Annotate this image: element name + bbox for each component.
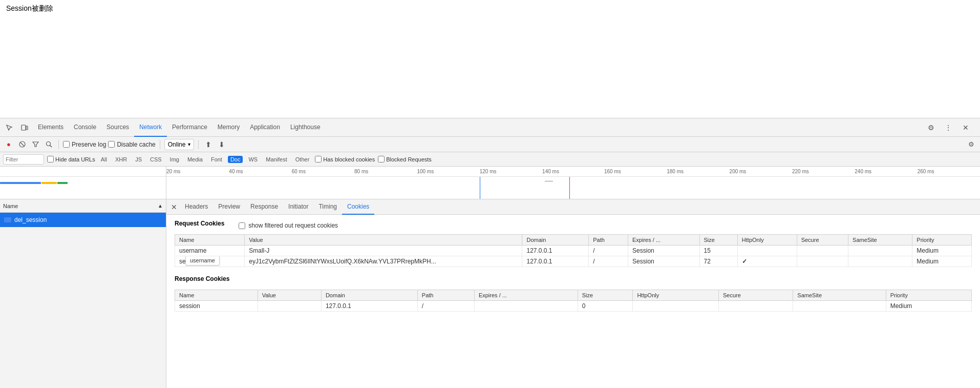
svg-marker-4: [33, 142, 38, 147]
resp-cookie-expires: [474, 301, 578, 312]
hide-data-urls-checkbox[interactable]: Hide data URLs: [47, 156, 95, 162]
device-toolbar-icon[interactable]: [17, 120, 32, 135]
filter-manifest[interactable]: Manifest: [263, 156, 290, 163]
resp-col-secure: Secure: [718, 290, 793, 301]
resp-col-value: Value: [258, 290, 321, 301]
filter-icon[interactable]: [30, 139, 41, 150]
resp-cookie-secure: [718, 301, 793, 312]
record-btn[interactable]: ●: [3, 139, 14, 150]
throttle-select[interactable]: Online ▾: [164, 139, 195, 150]
close-devtools-icon[interactable]: ✕: [958, 120, 973, 135]
tick-60ms: 60 ms: [292, 169, 306, 174]
filter-ws[interactable]: WS: [246, 156, 260, 163]
preserve-log-checkbox[interactable]: Preserve log: [63, 141, 106, 148]
resp-col-httponly: HttpOnly: [633, 290, 719, 301]
cookie-secure: [797, 246, 848, 256]
tick-240ms: 240 ms: [855, 169, 871, 174]
filter-font[interactable]: Font: [208, 156, 225, 163]
svg-line-3: [20, 142, 24, 146]
filter-media[interactable]: Media: [185, 156, 205, 163]
page-title: Session被删除: [6, 4, 53, 13]
cookie-row-username[interactable]: username Small-J 127.0.0.1 / Session 15 …: [175, 246, 972, 256]
filter-xhr[interactable]: XHR: [113, 156, 130, 163]
col-path: Path: [589, 235, 628, 246]
cookie-domain: 127.0.0.1: [522, 246, 589, 256]
request-item-del-session[interactable]: del_session: [0, 213, 166, 227]
tab-sources[interactable]: Sources: [101, 118, 134, 137]
cookie-samesite: [848, 246, 912, 256]
filter-doc[interactable]: Doc: [228, 156, 243, 163]
import-icon[interactable]: ⬆: [203, 139, 214, 150]
cookie-httponly: ✓: [737, 256, 797, 267]
tab-memory[interactable]: Memory: [212, 118, 245, 137]
col-expires: Expires / ...: [628, 235, 699, 246]
svg-rect-0: [22, 125, 26, 130]
response-cookie-row-session[interactable]: session 127.0.0.1 / 0 Medium: [175, 301, 972, 312]
tick-220ms: 220 ms: [792, 169, 809, 174]
clear-btn[interactable]: [16, 139, 28, 150]
request-type-icon: [4, 217, 11, 222]
filter-all[interactable]: All: [98, 156, 110, 163]
page-content: Session被删除: [0, 0, 980, 118]
filter-input[interactable]: [3, 154, 44, 165]
tab-lighthouse[interactable]: Lighthouse: [285, 118, 326, 137]
detail-tab-initiator[interactable]: Initiator: [283, 199, 313, 215]
filter-js[interactable]: JS: [133, 156, 144, 163]
col-domain: Domain: [522, 235, 589, 246]
more-options-icon[interactable]: ⋮: [941, 120, 955, 135]
detail-panel: ✕ Headers Preview Response Initiator Tim…: [166, 199, 980, 388]
request-list: Name ▲ del_session: [0, 199, 166, 388]
network-settings-icon[interactable]: ⚙: [966, 139, 977, 150]
detail-tab-response[interactable]: Response: [245, 199, 283, 215]
show-filtered-checkbox[interactable]: show filtered out request cookies: [239, 222, 338, 229]
blocked-requests-checkbox[interactable]: Blocked Requests: [378, 156, 432, 162]
inspect-icon[interactable]: [2, 120, 16, 135]
tab-performance[interactable]: Performance: [167, 118, 212, 137]
resp-cookie-size: 0: [578, 301, 633, 312]
tick-260ms: 260 ms: [918, 169, 934, 174]
detail-tab-preview[interactable]: Preview: [213, 199, 245, 215]
filter-img[interactable]: Img: [167, 156, 182, 163]
export-icon[interactable]: ⬇: [216, 139, 227, 150]
main-content: Name ▲ del_session ✕ Headers Preview Res…: [0, 199, 980, 388]
resp-col-path: Path: [417, 290, 474, 301]
disable-cache-checkbox[interactable]: Disable cache: [108, 141, 155, 148]
filter-other[interactable]: Other: [293, 156, 312, 163]
tick-80ms: 80 ms: [354, 169, 368, 174]
response-cookies-title: Response Cookies: [175, 275, 229, 282]
resp-col-domain: Domain: [321, 290, 417, 301]
tab-elements[interactable]: Elements: [33, 118, 69, 137]
tick-120ms: 120 ms: [480, 169, 497, 174]
cookie-name: username: [175, 246, 245, 256]
svg-line-6: [50, 146, 52, 148]
timeline-grid: [166, 177, 980, 199]
devtools-tab-bar: Elements Console Sources Network Perform…: [0, 118, 980, 137]
red-vertical-line: [569, 177, 570, 199]
cookie-row-session[interactable]: session username eyJ1c2VybmFtZtZSl6IlNtY…: [175, 256, 972, 267]
resp-col-name: Name: [175, 290, 258, 301]
detail-tab-timing[interactable]: Timing: [313, 199, 342, 215]
svg-rect-1: [26, 126, 28, 130]
search-icon[interactable]: [43, 139, 54, 150]
col-value: Value: [245, 235, 522, 246]
cookie-size: 15: [699, 246, 737, 256]
col-httponly: HttpOnly: [737, 235, 797, 246]
close-detail-btn[interactable]: ✕: [168, 201, 180, 213]
has-blocked-cookies-checkbox[interactable]: Has blocked cookies: [315, 156, 375, 162]
svg-point-5: [46, 142, 50, 146]
resp-cookie-value: [258, 301, 321, 312]
tab-application[interactable]: Application: [245, 118, 285, 137]
detail-tab-cookies[interactable]: Cookies: [342, 199, 374, 215]
detail-tabs: ✕ Headers Preview Response Initiator Tim…: [166, 199, 980, 215]
col-priority: Priority: [912, 235, 972, 246]
cookie-samesite: [848, 256, 912, 267]
detail-tab-headers[interactable]: Headers: [180, 199, 213, 215]
dashed-line: [545, 181, 553, 181]
cookie-path: /: [589, 246, 628, 256]
tab-console[interactable]: Console: [69, 118, 101, 137]
resp-col-expires: Expires / ...: [474, 290, 578, 301]
filter-css[interactable]: CSS: [147, 156, 164, 163]
tab-network[interactable]: Network: [134, 118, 167, 137]
settings-icon[interactable]: ⚙: [924, 120, 938, 135]
chevron-down-icon: ▾: [188, 141, 190, 147]
